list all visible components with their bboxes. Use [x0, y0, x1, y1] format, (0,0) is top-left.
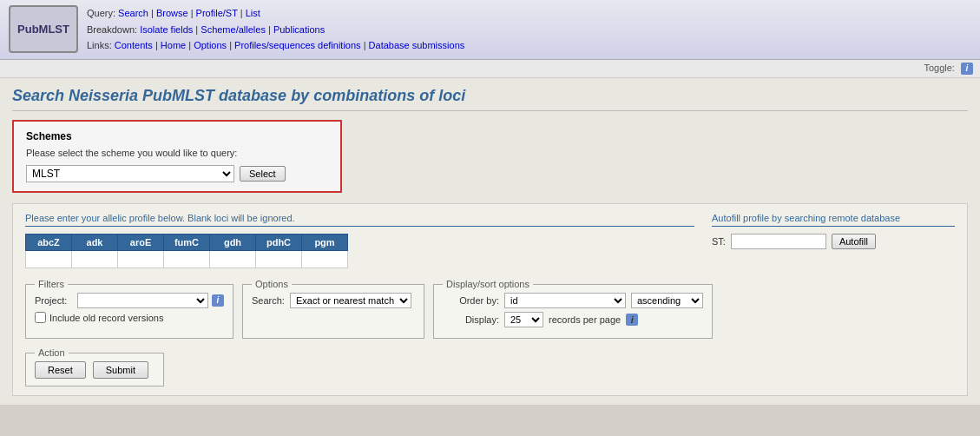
- options-fieldset: Options Search: Exact or nearest match E…: [242, 279, 424, 339]
- loci-input-row: [26, 251, 348, 268]
- main-container: Search Neisseria PubMLST database by com…: [0, 78, 980, 405]
- order-by-dropdown[interactable]: id ST abcZ adk aroE fumC gdh pdhC pgm: [504, 293, 626, 308]
- loci-header-pgm: pgm: [302, 235, 348, 251]
- submit-button[interactable]: Submit: [93, 361, 148, 379]
- st-input[interactable]: [731, 234, 826, 249]
- loci-table: abcZ adk aroE fumC gdh pdhC pgm: [25, 234, 348, 268]
- include-old-label: Include old record versions: [49, 313, 163, 323]
- logo-icon: PubMLST: [9, 5, 78, 53]
- scheme-dropdown[interactable]: MLST: [26, 165, 234, 182]
- loci-input-pdhC[interactable]: [263, 254, 294, 265]
- loci-input-gdh[interactable]: [217, 254, 248, 265]
- nav-link-home[interactable]: Home: [161, 40, 186, 50]
- header: PubMLST Query: Search | Browse | Profile…: [0, 0, 980, 60]
- toggle-bar: Toggle: i: [0, 60, 980, 78]
- nav-link-options[interactable]: Options: [194, 40, 227, 50]
- nav-link-profiles[interactable]: Profiles/sequences definitions: [234, 40, 361, 50]
- search-option-dropdown[interactable]: Exact or nearest match Exact match only: [290, 293, 411, 308]
- filters-legend: Filters: [35, 279, 68, 289]
- filters-fieldset: Filters Project: i Include old record ve…: [25, 279, 233, 339]
- query-line: Query: Search | Browse | Profile/ST | Li…: [87, 5, 464, 22]
- schemes-prompt: Please select the scheme you would like …: [26, 148, 328, 158]
- filters-options-row: Filters Project: i Include old record ve…: [25, 279, 955, 339]
- loci-header-pdhC: pdhC: [256, 235, 302, 251]
- loci-header-fumC: fumC: [164, 235, 210, 251]
- project-info-icon[interactable]: i: [212, 294, 224, 307]
- allelic-profile-area: Please enter your allelic profile below.…: [25, 213, 955, 268]
- loci-input-pgm[interactable]: [309, 254, 340, 265]
- schemes-box: Schemes Please select the scheme you wou…: [12, 120, 342, 193]
- project-dropdown[interactable]: [77, 293, 208, 308]
- project-label: Project:: [35, 295, 74, 306]
- allelic-profile-prompt: Please enter your allelic profile below.…: [25, 213, 694, 227]
- loci-input-aroE[interactable]: [125, 254, 156, 265]
- display-sort-legend: Display/sort options: [443, 279, 533, 289]
- loci-header-adk: adk: [72, 235, 118, 251]
- autofill-row: ST: Autofill: [712, 234, 955, 249]
- query-link-search[interactable]: Search: [118, 8, 148, 18]
- loci-header-abcZ: abcZ: [26, 235, 72, 251]
- nav-link-db-submissions[interactable]: Database submissions: [369, 40, 465, 50]
- reset-button[interactable]: Reset: [35, 361, 86, 379]
- display-count-dropdown[interactable]: 10 25 50 100 200: [504, 312, 543, 327]
- query-link-browse[interactable]: Browse: [156, 8, 188, 18]
- include-old-row: Include old record versions: [35, 312, 224, 323]
- action-buttons: Reset Submit: [35, 361, 155, 379]
- page-title: Search Neisseria PubMLST database by com…: [12, 87, 968, 111]
- action-legend: Action: [35, 347, 69, 358]
- order-by-row: Order by: id ST abcZ adk aroE fumC gdh p…: [443, 293, 703, 308]
- sort-direction-dropdown[interactable]: ascending descending: [631, 293, 703, 308]
- schemes-title: Schemes: [26, 130, 328, 142]
- right-autofill: Autofill profile by searching remote dat…: [712, 213, 955, 268]
- scheme-row: MLST Select: [26, 165, 328, 182]
- loci-input-fumC[interactable]: [171, 254, 202, 265]
- nav-line: Links: Contents | Home | Options | Profi…: [87, 37, 464, 54]
- display-row: Display: 10 25 50 100 200 records per pa…: [443, 312, 703, 327]
- breakdown-line: Breakdown: Isolate fields | Scheme/allel…: [87, 22, 464, 38]
- breakdown-link-scheme[interactable]: Scheme/alleles: [201, 24, 266, 35]
- breakdown-link-isolate[interactable]: Isolate fields: [140, 24, 193, 35]
- loci-input-abcZ[interactable]: [33, 254, 64, 265]
- nav-link-contents[interactable]: Contents: [115, 40, 153, 50]
- include-old-checkbox[interactable]: [35, 312, 46, 323]
- toggle-info-icon[interactable]: i: [961, 63, 973, 75]
- search-section: Please enter your allelic profile below.…: [12, 203, 968, 396]
- autofill-button[interactable]: Autofill: [832, 234, 876, 249]
- loci-header-gdh: gdh: [210, 235, 256, 251]
- loci-input-adk[interactable]: [79, 254, 110, 265]
- logo-text: PubMLST: [17, 23, 69, 36]
- project-filter-row: Project: i: [35, 293, 224, 308]
- action-fieldset: Action Reset Submit: [25, 347, 164, 386]
- display-sort-fieldset: Display/sort options Order by: id ST abc…: [433, 279, 713, 339]
- query-link-list[interactable]: List: [246, 8, 260, 18]
- autofill-prompt: Autofill profile by searching remote dat…: [712, 213, 955, 227]
- options-legend: Options: [252, 279, 292, 289]
- select-button[interactable]: Select: [240, 166, 286, 182]
- display-label: Display:: [443, 314, 499, 325]
- records-per-page-label: records per page: [549, 314, 621, 325]
- left-profile: Please enter your allelic profile below.…: [25, 213, 694, 268]
- query-label: Query:: [87, 8, 115, 18]
- search-option-row: Search: Exact or nearest match Exact mat…: [252, 293, 415, 308]
- header-links: Query: Search | Browse | Profile/ST | Li…: [87, 5, 464, 54]
- breakdown-label: Breakdown:: [87, 24, 137, 35]
- loci-header-aroE: aroE: [118, 235, 164, 251]
- toggle-label: Toggle:: [924, 63, 954, 73]
- order-by-label: Order by:: [443, 295, 499, 306]
- query-link-profile-st[interactable]: Profile/ST: [196, 8, 238, 18]
- display-info-icon[interactable]: i: [626, 314, 638, 326]
- search-option-label: Search:: [252, 295, 285, 306]
- links-label: Links:: [87, 40, 112, 50]
- st-label: ST:: [712, 236, 726, 247]
- breakdown-link-publications[interactable]: Publications: [273, 24, 325, 35]
